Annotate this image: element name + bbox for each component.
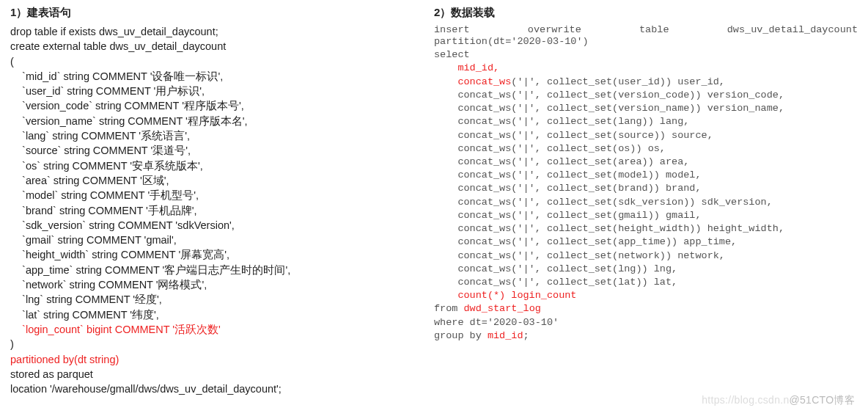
code-line: concat_ws('|', collect_set(source)) sour… xyxy=(434,130,713,141)
code-line: concat_ws('|', collect_set(version_name)… xyxy=(434,103,784,114)
code-line: `height_width` string COMMENT '屏幕宽高', xyxy=(10,249,229,260)
code-line: `source` string COMMENT '渠道号', xyxy=(10,145,191,156)
left-column: 1）建表语句 drop table if exists dws_uv_detai… xyxy=(10,6,434,410)
left-heading: 1）建表语句 xyxy=(10,6,427,20)
code-token: ('|', collect_set(user_id)) user_id, xyxy=(511,76,725,87)
indent xyxy=(434,62,457,73)
code-line: concat_ws('|', collect_set(lng)) lng, xyxy=(434,263,677,274)
code-line: `model` string COMMENT '手机型号', xyxy=(10,189,199,201)
code-token: from xyxy=(434,303,464,314)
code-token-highlight: concat_ws xyxy=(457,76,511,87)
code-line: select xyxy=(434,49,470,60)
code-line: concat_ws('|', collect_set(lang)) lang, xyxy=(434,116,689,127)
code-line: concat_ws('|', collect_set(os)) os, xyxy=(434,143,666,154)
code-line: concat_ws('|', collect_set(gmail)) gmail… xyxy=(434,210,702,221)
code-line: `lng` string COMMENT '经度', xyxy=(10,293,162,305)
justified-line: insert overwrite table dws_uv_detail_day… xyxy=(434,24,858,35)
code-line: concat_ws('|', collect_set(network)) net… xyxy=(434,250,725,261)
code-line: `sdk_version` string COMMENT 'sdkVersion… xyxy=(10,219,235,231)
code-line: drop table if exists dws_uv_detail_dayco… xyxy=(10,26,218,37)
code-line: concat_ws('|', collect_set(version_code)… xyxy=(434,90,784,101)
code-line: `network` string COMMENT '网络模式', xyxy=(10,279,207,291)
code-line: partition(dt='2020-03-10') xyxy=(434,36,589,47)
code-line: concat_ws('|', collect_set(app_time)) ap… xyxy=(434,236,737,247)
code-line: concat_ws('|', collect_set(height_width)… xyxy=(434,223,784,234)
code-line: concat_ws('|', collect_set(model)) model… xyxy=(434,169,702,180)
code-line-highlight: partitioned by(dt string) xyxy=(10,354,119,365)
code-line: create external table dws_uv_detail_dayc… xyxy=(10,40,226,52)
code-line: ) xyxy=(10,338,14,350)
right-column: 2）数据装载 insert overwrite table dws_uv_det… xyxy=(434,6,858,410)
code-line: `lat` string COMMENT '纬度', xyxy=(10,309,159,321)
code-line: `version_code` string COMMENT '程序版本号', xyxy=(10,100,244,112)
code-token-highlight: count(*) login_count xyxy=(457,290,576,301)
code-line: concat_ws('|', collect_set(sdk_version))… xyxy=(434,197,773,208)
right-heading: 2）数据装载 xyxy=(434,6,858,20)
code-line: `area` string COMMENT '区域', xyxy=(10,175,169,186)
code-token-highlight: mid_id xyxy=(488,330,523,341)
insert-code: insert overwrite table dws_uv_detail_day… xyxy=(434,24,858,343)
indent xyxy=(434,290,457,301)
token: dws_uv_detail_daycount xyxy=(727,24,858,35)
code-line: `os` string COMMENT '安卓系统版本', xyxy=(10,160,203,172)
indent xyxy=(434,76,457,87)
code-line: `user_id` string COMMENT '用户标识', xyxy=(10,85,205,97)
code-token: ; xyxy=(523,330,529,341)
code-line-highlight: `login_count` bigint COMMENT '活跃次数' xyxy=(10,324,221,335)
code-line: concat_ws('|', collect_set(lat)) lat, xyxy=(434,277,677,288)
code-line: `mid_id` string COMMENT '设备唯一标识', xyxy=(10,70,223,82)
code-token-highlight: mid_id, xyxy=(457,62,499,73)
code-line: where dt='2020-03-10' xyxy=(434,317,559,328)
code-line: `brand` string COMMENT '手机品牌', xyxy=(10,205,197,216)
token: table xyxy=(639,24,669,35)
create-table-code: drop table if exists dws_uv_detail_dayco… xyxy=(10,24,427,396)
code-line: `gmail` string COMMENT 'gmail', xyxy=(10,234,177,246)
code-line: stored as parquet xyxy=(10,368,93,380)
code-line: `version_name` string COMMENT '程序版本名', xyxy=(10,115,248,127)
code-token: group by xyxy=(434,330,488,341)
code-line: location '/warehouse/gmall/dws/dws_uv_de… xyxy=(10,383,282,395)
watermark-main: @51CTO博客 xyxy=(790,394,855,406)
code-line: `lang` string COMMENT '系统语言', xyxy=(10,130,190,142)
watermark-faint: https://blog.csdn.n xyxy=(702,394,789,406)
token: insert xyxy=(434,24,470,35)
code-line: concat_ws('|', collect_set(brand)) brand… xyxy=(434,183,702,194)
token: overwrite xyxy=(528,24,581,35)
code-line: `app_time` string COMMENT '客户端日志产生时的时间', xyxy=(10,264,290,276)
watermark: https://blog.csdn.n@51CTO博客 xyxy=(702,394,855,407)
code-token-highlight: dwd_start_log xyxy=(464,303,541,314)
code-line: concat_ws('|', collect_set(area)) area, xyxy=(434,156,689,167)
code-line: ( xyxy=(10,56,14,67)
